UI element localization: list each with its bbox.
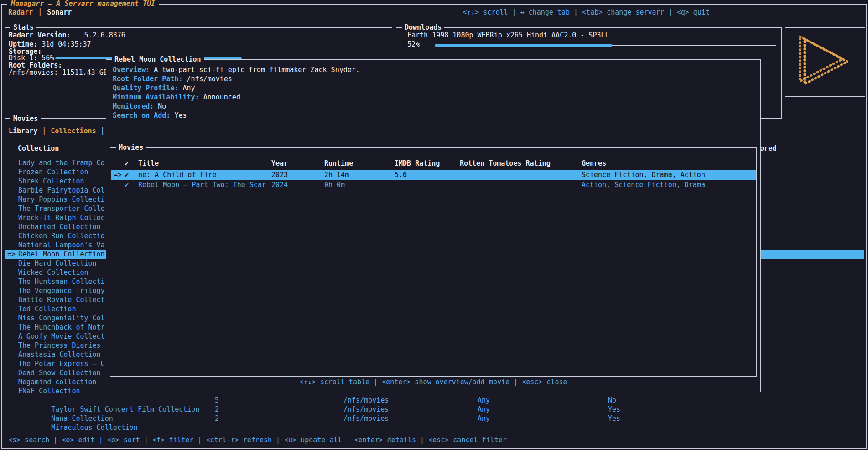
collection-name: FNaF Collection	[18, 387, 80, 395]
collection-name: Frozen Collection	[18, 168, 88, 176]
collection-name: Wicked Collection	[18, 268, 88, 277]
column-rotten-tomatoes-rating: Rotten Tomatoes Rating	[460, 159, 551, 168]
collection-name: The Vengeance Trilogy	[18, 287, 105, 295]
collection-name: Miss Congeniality Col	[18, 314, 105, 322]
collection-name: Megamind collection	[18, 378, 97, 386]
tab-divider: │	[101, 127, 105, 135]
collection-row[interactable]: Taylor Swift Concert Film Collection 5 /…	[5, 396, 864, 405]
modal-movies-table-title: Movies	[116, 144, 146, 152]
collection-quality-profile: Any	[478, 414, 490, 423]
tab-collections[interactable]: Collections	[51, 127, 96, 135]
movie-row[interactable]: ✔ Rebel Moon – Part Two: The Scar 2024 0…	[111, 180, 756, 190]
movie-runtime: 0h 0m	[324, 180, 345, 190]
field-label: Overview:	[113, 66, 150, 74]
servarr-tabs: Radarr │ Sonarr	[8, 9, 72, 16]
collection-name: Uncharted Collection	[18, 223, 101, 231]
collection-name: Wreck-It Ralph Collec	[18, 214, 105, 222]
collection-name: A Goofy Movie Collect	[18, 332, 105, 340]
movie-runtime: 2h 14m	[324, 170, 349, 180]
tab-radarr[interactable]: Radarr	[8, 9, 33, 16]
gauge-track-fragment	[760, 66, 776, 66]
tab-divider: │	[42, 127, 46, 135]
collection-name: Rebel Moon Collection	[18, 250, 105, 258]
movies-tabs: Library │ Collections │	[9, 127, 105, 135]
collection-name: Miraculous Collection	[51, 424, 138, 432]
monitored-check-icon: ✔	[125, 180, 129, 190]
app-title: Managarr — A Servarr management TUI	[7, 0, 159, 8]
field-value: Yes	[174, 111, 187, 120]
stats-panel-title: Stats	[10, 24, 36, 31]
column-year: Year	[271, 159, 288, 168]
collection-row[interactable]: Nana Collection 2 /nfs/movies Any Yes	[5, 405, 864, 414]
field-value: A two-part sci-fi epic from filmmaker Za…	[154, 66, 360, 74]
collection-root-folder: /nfs/movies	[343, 414, 389, 423]
logo-panel	[785, 27, 865, 97]
modal-movies-table: Movies ✔ Title Year Runtime IMDB Rating …	[110, 147, 757, 377]
column-monitored-check: ✔	[125, 159, 129, 168]
managarr-logo-icon	[791, 33, 859, 91]
top-help-text: <↑↓> scroll | ↔ change tab | <tab> chang…	[463, 9, 710, 16]
field-value: Announced	[203, 93, 240, 101]
download-progress-gauge	[435, 44, 776, 47]
collection-name: Barbie Fairytopia Col	[18, 186, 105, 194]
tab-divider: │	[38, 9, 42, 16]
field-quality-profile: Quality Profile:Any	[113, 84, 195, 92]
collection-movie-count: 2	[215, 405, 219, 414]
radarr-version-line: Radarr Version:5.2.6.8376	[9, 31, 125, 39]
collection-row[interactable]: Miraculous Collection 2 /nfs/movies Any …	[5, 414, 864, 423]
movie-year: 2024	[271, 180, 288, 190]
movie-imdb-rating: 5.6	[395, 170, 407, 180]
collection-name: Die Hard Collection	[18, 259, 97, 267]
collection-name: The Hunchback of Notr	[18, 323, 105, 331]
movie-row-selected[interactable]: => ✔ ne: A Child of Fire 2023 2h 14m 5.6…	[111, 170, 756, 180]
gauge-fill	[435, 44, 612, 47]
collection-name: The Polar Express – C	[18, 360, 105, 368]
collection-flag: No	[608, 396, 616, 405]
collection-root-folder: /nfs/movies	[343, 396, 389, 405]
collection-movie-count: 2	[215, 414, 219, 423]
collection-name: The Princess Diaries	[18, 341, 101, 350]
tab-sonarr[interactable]: Sonarr	[47, 9, 72, 16]
collections-header-collection: Collection	[18, 145, 59, 152]
field-search-on-add: Search on Add:Yes	[113, 112, 187, 120]
collection-root-folder: /nfs/movies	[343, 405, 389, 414]
movie-title: Rebel Moon – Part Two: The Scar	[138, 180, 266, 190]
movie-genres: Science Fiction, Drama, Action	[582, 170, 705, 180]
collection-name: Mary Poppins Collecti	[18, 195, 105, 204]
collection-quality-profile: Any	[478, 405, 490, 414]
field-label: Monitored:	[113, 102, 154, 110]
collection-name: Chicken Run Collectio	[18, 232, 105, 240]
selection-arrow: =>	[7, 250, 16, 259]
download-item[interactable]: Earth 1998 1080p WEBRip x265 Hindi AAC2.…	[407, 31, 609, 39]
movies-table-header: ✔ Title Year Runtime IMDB Rating Rotten …	[111, 159, 756, 168]
app-root: Managarr — A Servarr management TUI Rada…	[0, 0, 868, 450]
root-folder-value: /nfs/movies: 11511.43 GB	[9, 69, 108, 77]
modal-title: Rebel Moon Collection	[112, 56, 204, 63]
collection-name: Anastasia Collection	[18, 351, 101, 359]
collection-name: Lady and the Tramp Co	[18, 159, 105, 167]
collection-name: National Lampoon's Va	[18, 241, 105, 249]
field-label: Search on Add:	[113, 111, 170, 120]
collection-details-modal: Rebel Moon Collection Overview:A two-par…	[106, 59, 761, 392]
column-genres: Genres	[582, 159, 606, 168]
movie-genres: Action, Science Fiction, Drama	[582, 180, 705, 190]
collection-name: The Huntsman Collecti	[18, 277, 105, 286]
selection-arrow: =>	[114, 170, 122, 180]
collection-name: Battle Royale Collect	[18, 296, 105, 304]
collection-name: Shrek Collection	[18, 177, 84, 185]
field-overview: Overview:A two-part sci-fi epic from fil…	[113, 66, 360, 74]
gauge-track	[242, 58, 388, 58]
collection-name: The Transporter Colle	[18, 204, 105, 213]
download-percent-label: 52%	[407, 41, 420, 48]
modal-help-text: <↑↓> scroll table | <enter> show overvie…	[106, 378, 760, 386]
movies-panel-title: Movies	[10, 115, 41, 123]
radarr-version-label: Radarr Version:	[9, 31, 70, 39]
column-runtime: Runtime	[324, 159, 353, 168]
collection-movie-count: 5	[215, 396, 219, 405]
collection-flag: Yes	[608, 405, 620, 414]
field-root-folder-path: Root Folder Path:/nfs/movies	[113, 75, 232, 83]
field-value: No	[158, 102, 166, 110]
field-label: Minimum Availability:	[113, 93, 199, 101]
tab-library[interactable]: Library	[9, 127, 37, 135]
field-value: Any	[183, 84, 195, 92]
